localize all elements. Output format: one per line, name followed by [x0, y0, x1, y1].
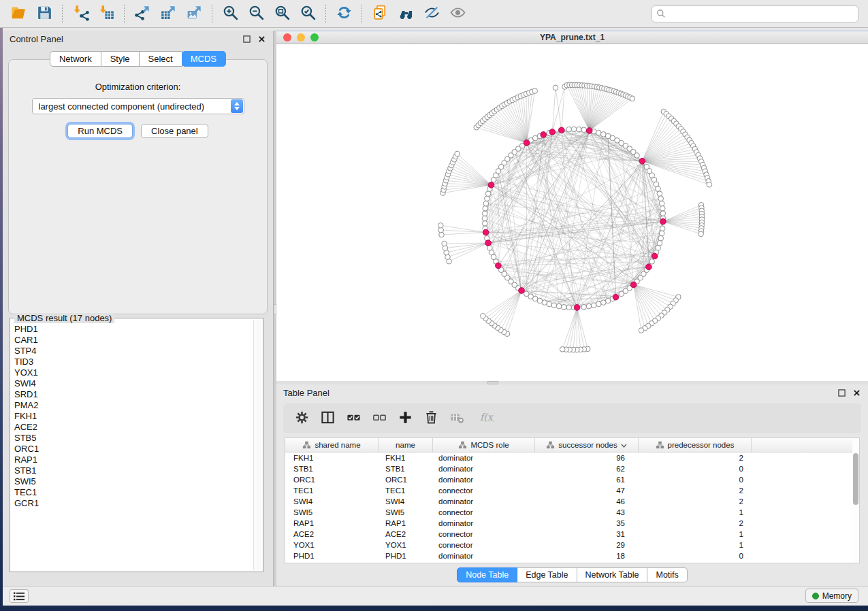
- table-scrollbar-thumb[interactable]: [853, 453, 858, 505]
- graph-node[interactable]: [656, 186, 661, 192]
- graph-node[interactable]: [560, 347, 565, 352]
- table-settings-button[interactable]: [290, 407, 313, 430]
- graph-node[interactable]: [660, 226, 665, 231]
- graph-hub-node[interactable]: [485, 240, 492, 246]
- graph-hub-node[interactable]: [586, 128, 592, 134]
- save-session-button[interactable]: [32, 2, 57, 25]
- graph-node[interactable]: [657, 241, 662, 246]
- mcds-result-item[interactable]: FKH1: [14, 411, 253, 422]
- mcds-result-item[interactable]: GCR1: [14, 498, 253, 509]
- close-panel-icon[interactable]: [257, 34, 266, 44]
- zoom-fit-button[interactable]: [270, 2, 294, 25]
- mcds-result-item[interactable]: PMA2: [14, 400, 253, 411]
- tab-network[interactable]: Network: [50, 51, 101, 67]
- graph-node[interactable]: [571, 127, 577, 132]
- export-image-button[interactable]: [182, 2, 206, 25]
- graph-node[interactable]: [482, 216, 487, 221]
- graph-node[interactable]: [581, 304, 587, 310]
- column-header-successor-nodes[interactable]: successor nodes: [535, 438, 639, 452]
- graph-node[interactable]: [481, 314, 486, 319]
- float-panel-icon[interactable]: [242, 34, 251, 44]
- graph-node[interactable]: [485, 191, 491, 197]
- graph-hub-node[interactable]: [639, 159, 645, 165]
- graph-node[interactable]: [591, 303, 596, 308]
- task-history-button[interactable]: [10, 589, 29, 603]
- graph-node[interactable]: [532, 88, 538, 94]
- graph-hub-node[interactable]: [519, 288, 525, 294]
- graph-hub-node[interactable]: [524, 140, 530, 146]
- float-table-panel-icon[interactable]: [837, 388, 846, 397]
- graph-node[interactable]: [482, 221, 487, 227]
- select-all-rows-button[interactable]: [342, 407, 365, 430]
- deselect-all-rows-button[interactable]: [368, 407, 391, 430]
- graph-hub-node[interactable]: [549, 129, 556, 135]
- table-row[interactable]: YOX1YOX1connector291: [285, 540, 852, 550]
- graph-hub-node[interactable]: [483, 229, 489, 235]
- graph-node[interactable]: [639, 328, 644, 333]
- graph-hub-node[interactable]: [541, 132, 547, 138]
- table-row[interactable]: SWI4SWI4dominator462: [285, 496, 852, 507]
- mcds-result-item[interactable]: ORC1: [14, 444, 253, 455]
- zoom-in-button[interactable]: [218, 2, 242, 25]
- graph-node[interactable]: [634, 153, 640, 159]
- graph-node[interactable]: [659, 201, 664, 206]
- graph-node[interactable]: [619, 291, 624, 297]
- graph-node[interactable]: [698, 231, 704, 237]
- graph-node[interactable]: [566, 127, 572, 132]
- optimization-criterion-select[interactable]: largest connected component (undirected): [32, 98, 244, 114]
- graph-node[interactable]: [707, 182, 712, 188]
- zoom-selected-button[interactable]: [295, 2, 320, 25]
- graph-node[interactable]: [601, 300, 607, 306]
- graph-node[interactable]: [657, 191, 662, 197]
- graph-node[interactable]: [659, 231, 664, 236]
- close-table-panel-icon[interactable]: [852, 388, 861, 397]
- table-row[interactable]: FKH1FKH1dominator962: [285, 452, 852, 463]
- mcds-result-item[interactable]: STP4: [14, 346, 253, 357]
- graph-node[interactable]: [485, 196, 490, 201]
- mcds-result-item[interactable]: STB1: [14, 465, 253, 476]
- mcds-result-item[interactable]: SWI5: [14, 476, 253, 487]
- table-scrollbar[interactable]: [852, 437, 860, 563]
- graph-node[interactable]: [455, 151, 460, 156]
- mcds-result-item[interactable]: SWI4: [14, 378, 253, 389]
- close-panel-button[interactable]: Close panel: [141, 124, 208, 138]
- graph-node[interactable]: [483, 201, 489, 206]
- import-table-button[interactable]: [94, 2, 118, 25]
- table-row[interactable]: PHD1PHD1dominator180: [285, 550, 852, 561]
- tab-node-table[interactable]: Node Table: [457, 567, 517, 582]
- search-input[interactable]: [669, 7, 854, 20]
- mcds-result-item[interactable]: ACE2: [14, 422, 253, 433]
- export-network-button[interactable]: [130, 2, 155, 25]
- graph-node[interactable]: [586, 303, 592, 309]
- column-header-name[interactable]: name: [379, 438, 433, 452]
- graph-node[interactable]: [649, 259, 655, 265]
- new-network-from-selection-button[interactable]: [368, 2, 392, 25]
- network-canvas[interactable]: [276, 44, 868, 382]
- graph-hub-node[interactable]: [488, 182, 494, 188]
- graph-node[interactable]: [596, 301, 602, 307]
- graph-node[interactable]: [566, 305, 572, 310]
- graph-hub-node[interactable]: [559, 127, 565, 133]
- toggle-column-panel-button[interactable]: [316, 407, 339, 430]
- table-row[interactable]: SWI5SWI5connector431: [285, 507, 852, 518]
- graph-node[interactable]: [660, 206, 665, 212]
- graph-node[interactable]: [630, 96, 635, 101]
- add-column-button[interactable]: [393, 407, 417, 430]
- first-neighbors-button[interactable]: [393, 2, 418, 25]
- table-row[interactable]: RAP1RAP1dominator352: [285, 518, 852, 529]
- show-graphics-details-button[interactable]: [445, 2, 470, 25]
- table-row[interactable]: TEC1TEC1connector472: [285, 485, 852, 496]
- column-header-MCDS-role[interactable]: MCDS role: [433, 438, 535, 452]
- table-row[interactable]: STB1STB1dominator620: [285, 463, 852, 474]
- graph-node[interactable]: [547, 301, 552, 307]
- graph-node[interactable]: [556, 303, 562, 309]
- mcds-result-item[interactable]: CAR1: [14, 335, 253, 346]
- export-table-button[interactable]: [156, 2, 180, 25]
- graph-hub-node[interactable]: [496, 263, 502, 269]
- graph-node[interactable]: [524, 291, 530, 297]
- memory-button[interactable]: Memory: [805, 589, 858, 603]
- mcds-result-scrollbar[interactable]: [253, 320, 261, 570]
- tab-motifs[interactable]: Motifs: [647, 567, 687, 582]
- graph-node[interactable]: [660, 211, 666, 216]
- mcds-result-item[interactable]: STB5: [14, 433, 253, 444]
